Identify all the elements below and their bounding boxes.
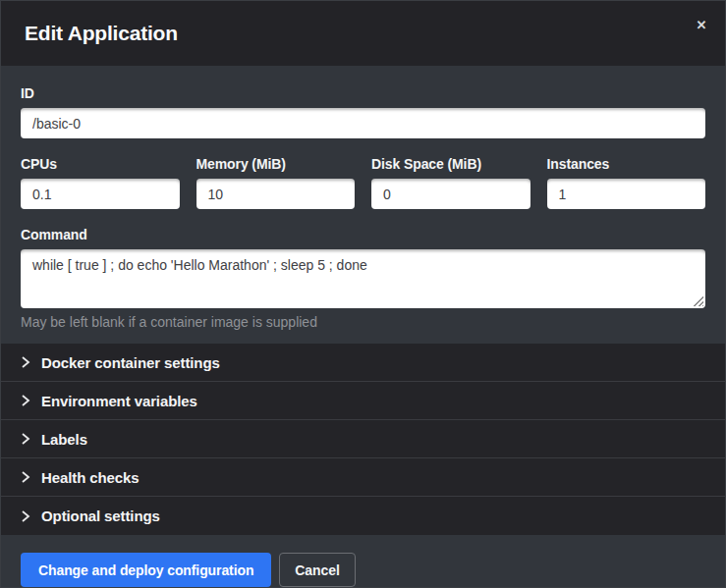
modal-footer: Change and deploy configuration Cancel bbox=[1, 535, 725, 587]
section-label: Optional settings bbox=[41, 508, 160, 524]
command-help-text: May be left blank if a container image i… bbox=[21, 314, 705, 330]
section-docker-container-settings[interactable]: Docker container settings bbox=[1, 344, 725, 382]
chevron-right-icon bbox=[21, 433, 30, 445]
command-textarea-wrap: while [ true ] ; do echo 'Hello Marathon… bbox=[21, 249, 705, 308]
section-label: Health checks bbox=[41, 469, 140, 486]
memory-input[interactable] bbox=[196, 179, 356, 209]
chevron-right-icon bbox=[21, 510, 30, 522]
disk-field-group: Disk Space (MiB) bbox=[371, 156, 531, 209]
id-label: ID bbox=[21, 85, 705, 101]
chevron-right-icon bbox=[21, 356, 30, 368]
cancel-button[interactable]: Cancel bbox=[279, 553, 355, 587]
cpus-input[interactable] bbox=[21, 179, 180, 209]
cpus-label: CPUs bbox=[21, 156, 180, 172]
section-optional-settings[interactable]: Optional settings bbox=[1, 497, 725, 535]
section-label: Docker container settings bbox=[41, 354, 220, 371]
section-environment-variables[interactable]: Environment variables bbox=[1, 382, 725, 420]
memory-field-group: Memory (MiB) bbox=[196, 156, 356, 209]
application-form: ID CPUs Memory (MiB) Disk Space (MiB) In… bbox=[1, 66, 725, 344]
command-field-group: Command while [ true ] ; do echo 'Hello … bbox=[21, 227, 705, 330]
section-label: Labels bbox=[41, 431, 87, 448]
instances-label: Instances bbox=[547, 156, 706, 172]
edit-application-modal: Edit Application ✕ ID CPUs Memory (MiB) … bbox=[0, 0, 726, 588]
cpus-field-group: CPUs bbox=[21, 156, 180, 209]
modal-title: Edit Application bbox=[25, 22, 178, 45]
section-health-checks[interactable]: Health checks bbox=[1, 458, 725, 497]
disk-label: Disk Space (MiB) bbox=[371, 156, 531, 172]
chevron-right-icon bbox=[21, 471, 30, 483]
id-field-group: ID bbox=[21, 85, 705, 138]
resource-fields-row: CPUs Memory (MiB) Disk Space (MiB) Insta… bbox=[21, 156, 705, 209]
instances-field-group: Instances bbox=[547, 156, 706, 209]
command-label: Command bbox=[21, 227, 705, 242]
close-icon[interactable]: ✕ bbox=[693, 17, 710, 34]
command-textarea[interactable]: while [ true ] ; do echo 'Hello Marathon… bbox=[21, 249, 705, 308]
section-label: Environment variables bbox=[41, 393, 197, 409]
memory-label: Memory (MiB) bbox=[196, 156, 356, 172]
change-and-deploy-button[interactable]: Change and deploy configuration bbox=[21, 553, 271, 587]
collapsible-sections: Docker container settings Environment va… bbox=[1, 344, 725, 535]
id-input[interactable] bbox=[21, 108, 705, 138]
instances-input[interactable] bbox=[547, 179, 706, 209]
disk-input[interactable] bbox=[371, 179, 531, 209]
chevron-right-icon bbox=[21, 395, 30, 406]
modal-header: Edit Application ✕ bbox=[1, 1, 725, 66]
section-labels[interactable]: Labels bbox=[1, 420, 725, 458]
